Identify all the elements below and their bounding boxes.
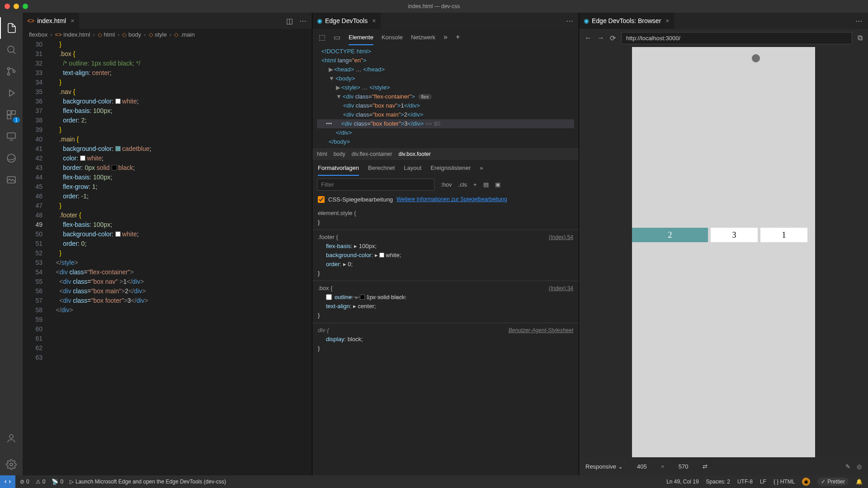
more-actions-icon[interactable]: ⋯ — [566, 17, 573, 25]
width-input[interactable] — [629, 463, 655, 470]
image-preview-icon[interactable] — [0, 169, 23, 191]
editor-tabbar: <> index.html × ◫ ⋯ — [23, 13, 312, 29]
back-icon[interactable]: ← — [585, 34, 592, 42]
devtools-top-tabs: ⬚ ▭ Elemente Konsole Netzwerk » + — [312, 29, 579, 45]
remote-indicator[interactable] — [0, 475, 15, 488]
remote-explorer-icon[interactable] — [0, 126, 23, 147]
edge-tools-icon[interactable] — [0, 147, 23, 169]
html-file-icon: <> — [27, 17, 34, 24]
debug-icon[interactable] — [0, 82, 23, 104]
explorer-icon[interactable] — [0, 17, 23, 39]
browser-viewport[interactable]: 2 3 1 — [579, 47, 868, 457]
cls-toggle[interactable]: .cls — [458, 181, 467, 188]
close-icon[interactable]: × — [665, 17, 669, 24]
responsive-dropdown[interactable]: Responsive ⌄ — [585, 463, 623, 470]
svg-point-14 — [10, 463, 13, 466]
svg-rect-6 — [7, 111, 11, 114]
window-title: index.html — dev-css — [408, 3, 460, 9]
svg-point-13 — [9, 435, 13, 438]
add-tab-icon[interactable]: + — [456, 33, 460, 41]
reload-icon[interactable]: ⟳ — [610, 34, 616, 42]
browser-status: Responsive ⌄ × ⇄ ✎ ◎ — [579, 457, 868, 475]
mirror-link[interactable]: Weitere Informationen zur Spiegelbearbei… — [396, 196, 507, 203]
edge-icon: ◉ — [584, 17, 589, 24]
svg-line-1 — [13, 52, 15, 54]
maximize-window-icon[interactable] — [23, 4, 28, 9]
notifications-icon[interactable]: 🔔 — [856, 479, 863, 485]
tab-formatvorlagen[interactable]: Formatvorlagen — [318, 164, 359, 176]
styles-toolbar: :hov .cls + ▤ ▣ — [312, 175, 579, 193]
tab-ereignislistener[interactable]: Ereignislistener — [430, 164, 471, 171]
new-rule-icon[interactable]: + — [473, 181, 477, 188]
mirror-checkbox[interactable] — [318, 196, 325, 203]
close-icon[interactable]: × — [71, 17, 74, 24]
indent-setting[interactable]: Spaces: 2 — [706, 479, 730, 485]
tab-label: Edge DevTools: Browser — [592, 17, 661, 24]
close-window-icon[interactable] — [5, 4, 10, 9]
tab-elemente[interactable]: Elemente — [349, 34, 373, 45]
dom-tree[interactable]: <!DOCTYPE html><html lang="en">▶<head> …… — [312, 45, 579, 148]
tab-layout[interactable]: Layout — [404, 164, 421, 171]
cursor-position[interactable]: Ln 49, Col 19 — [666, 479, 698, 485]
live-preview-icon[interactable]: ◉ — [802, 478, 810, 486]
eol[interactable]: LF — [760, 479, 766, 485]
tab-browser[interactable]: ◉ Edge DevTools: Browser × — [579, 13, 674, 29]
prettier-status[interactable]: ✓ Prettier — [817, 478, 849, 486]
rotate-icon[interactable]: ⇄ — [703, 463, 708, 470]
source-control-icon[interactable] — [0, 61, 23, 82]
svg-point-0 — [8, 46, 14, 52]
url-input[interactable] — [621, 32, 852, 44]
tab-netzwerk[interactable]: Netzwerk — [411, 34, 435, 41]
eyedropper-icon[interactable]: ✎ — [845, 463, 850, 470]
device-toggle-icon[interactable]: ▭ — [334, 33, 340, 42]
settings-icon[interactable] — [0, 454, 23, 475]
activity-bar: 1 — [0, 13, 23, 475]
minimize-window-icon[interactable] — [14, 4, 19, 9]
demo-box-2: 2 — [632, 228, 708, 242]
extensions-icon[interactable]: 1 — [0, 104, 23, 126]
svg-point-4 — [13, 70, 15, 73]
account-icon[interactable] — [0, 427, 23, 449]
devtools-tabbar: ◉ Edge DevTools × ⋯ — [312, 13, 579, 29]
search-icon[interactable] — [0, 39, 23, 61]
demo-box-1: 1 — [760, 228, 807, 242]
ports-count[interactable]: 📡 0 — [52, 479, 63, 485]
language-mode[interactable]: { } HTML — [774, 479, 795, 485]
more-actions-icon[interactable]: ⋯ — [299, 17, 307, 25]
inspect-icon[interactable]: ⬚ — [319, 33, 326, 42]
tab-index-html[interactable]: <> index.html × — [23, 13, 79, 29]
tab-berechnet[interactable]: Berechnet — [368, 164, 395, 171]
more-tabs-icon[interactable]: » — [480, 164, 483, 171]
computed-icon[interactable]: ▤ — [483, 181, 489, 188]
resize-handle-icon[interactable] — [751, 53, 761, 63]
code-editor[interactable]: 3031323334353637383940414243444546474849… — [23, 40, 312, 475]
devtools-panel: ◉ Edge DevTools × ⋯ ⬚ ▭ Elemente Konsole… — [312, 13, 579, 475]
hov-toggle[interactable]: :hov — [441, 181, 452, 188]
svg-rect-9 — [7, 133, 15, 138]
toggle-pane-icon[interactable]: ▣ — [495, 181, 500, 188]
launch-edge-button[interactable]: ▷ Launch Microsoft Edge and open the Edg… — [70, 479, 226, 485]
forward-icon[interactable]: → — [597, 34, 604, 42]
warnings-count[interactable]: ⚠ 0 — [36, 479, 46, 485]
code-content[interactable]: } .box { /* outline: 1px solid black; */… — [49, 40, 312, 475]
flex-demo: 2 3 1 — [632, 228, 815, 242]
height-input[interactable] — [671, 463, 696, 470]
more-actions-icon[interactable]: ⋯ — [855, 17, 863, 25]
dim-separator: × — [661, 463, 665, 470]
screenshot-icon[interactable]: ◎ — [857, 463, 862, 470]
breadcrumbs[interactable]: flexbox›<> index.html›◇ html›◇ body›◇ st… — [23, 29, 312, 40]
encoding[interactable]: UTF-8 — [737, 479, 753, 485]
filter-input[interactable] — [317, 178, 434, 191]
split-editor-icon[interactable]: ◫ — [286, 17, 293, 25]
line-gutter: 3031323334353637383940414243444546474849… — [23, 40, 49, 475]
mirror-label: CSS-Spiegelbearbeitung — [328, 196, 393, 203]
errors-count[interactable]: ⊘ 0 — [20, 479, 29, 485]
tab-konsole[interactable]: Konsole — [382, 34, 403, 41]
tab-devtools[interactable]: ◉ Edge DevTools × — [312, 13, 381, 29]
close-icon[interactable]: × — [372, 17, 376, 24]
css-rules[interactable]: element.style {}.footer {(Index):54flex-… — [312, 206, 579, 475]
detach-icon[interactable]: ⧉ — [858, 34, 863, 42]
svg-point-3 — [8, 73, 10, 75]
more-tabs-icon[interactable]: » — [443, 33, 448, 41]
dom-breadcrumbs[interactable]: htmlbodydiv.flex-containerdiv.box.footer — [312, 148, 579, 160]
